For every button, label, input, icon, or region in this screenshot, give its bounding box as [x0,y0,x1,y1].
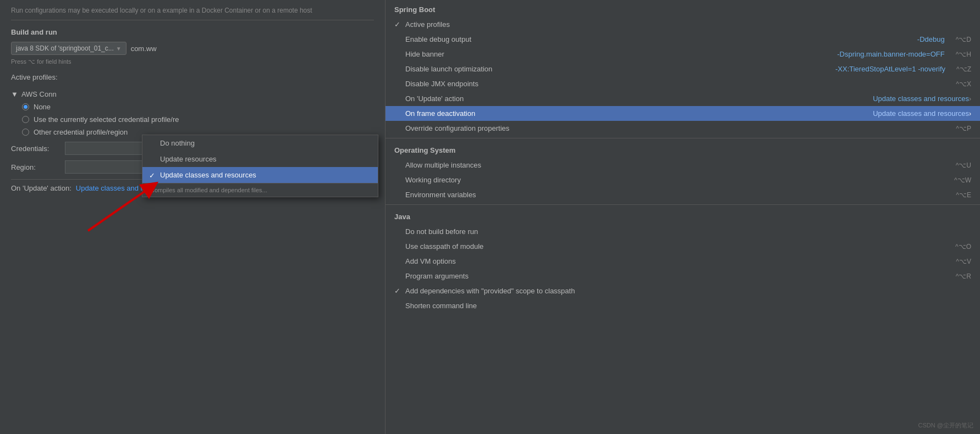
spring-boot-header: Spring Boot [386,0,980,17]
dropdown-tooltip: Compiles all modified and dependent file… [142,183,378,197]
radio-profile[interactable]: Use the currently selected credential pr… [22,115,374,124]
radio-circle-none[interactable] [22,103,29,110]
dropdown-item-update-classes[interactable]: ✓ Update classes and resources [142,167,378,183]
shortcut-allow-multiple: ^⌥U [945,162,971,169]
item-label-override-config: Override configuration properties [405,124,945,132]
item-label-add-deps: Add dependencies with "provided" scope t… [405,287,971,295]
build-run-row: java 8 SDK of 'springboot_01_c... ▼ com.… [11,42,374,55]
menu-item-program-args[interactable]: Program arguments ^⌥R [386,269,980,283]
item-label-disable-launch: Disable launch optimization [405,65,831,73]
menu-item-vm-options[interactable]: Add VM options ^⌥V [386,254,980,269]
dropdown-popup: Do nothing Update resources ✓ Update cla… [142,135,378,197]
dropdown-label-update-classes: Update classes and resources [160,171,256,179]
hint-text: Press ⌥ for field hints [11,58,374,65]
left-panel: Run configurations may be executed local… [0,0,385,434]
aws-section: ▼ AWS Conn None Use the currently select… [11,90,374,136]
top-description: Run configurations may be executed local… [11,0,374,20]
shortcut-disable-jmx: ^⌥X [945,80,971,88]
arrow-icon-on-update: › [969,95,971,103]
shortcut-enable-debug: ^⌥D [945,36,971,43]
shortcut-classpath: ^⌥O [944,243,971,251]
radio-group: None Use the currently selected credenti… [22,103,374,136]
right-panel: Spring Boot ✓ Active profiles Enable deb… [385,0,980,434]
item-sublabel-disable-launch: -XX:TieredStopAtLevel=1 -noverify [835,65,945,73]
shortcut-env-vars: ^⌥E [945,191,971,199]
os-header: Operating System [386,141,980,158]
item-label-enable-debug: Enable debug output [405,35,913,43]
com-text: com.ww [131,44,157,53]
dropdown-item-update-resources[interactable]: Update resources [142,151,378,167]
check-icon-active-profiles: ✓ [394,20,403,29]
item-sublabel-hide-banner: -Dspring.main.banner-mode=OFF [837,50,944,58]
item-sublabel-on-frame: Update classes and resources [873,109,969,118]
region-label: Region: [11,163,60,171]
shortcut-working-dir: ^⌥W [943,176,971,184]
menu-item-env-vars[interactable]: Environment variables ^⌥E [386,187,980,202]
sdk-select[interactable]: java 8 SDK of 'springboot_01_c... ▼ [11,42,126,55]
sdk-label: java 8 SDK of 'springboot_01_c... [16,44,114,52]
item-label-env-vars: Environment variables [405,191,945,199]
collapse-icon: ▼ [11,90,18,98]
item-label-shorten-cmd: Shorten command line [405,302,971,310]
shortcut-override-config: ^⌥P [945,125,971,132]
menu-item-add-deps[interactable]: ✓ Add dependencies with "provided" scope… [386,283,980,298]
item-label-active-profiles: Active profiles [405,20,971,29]
menu-item-shorten-cmd[interactable]: Shorten command line [386,298,980,313]
shortcut-hide-banner: ^⌥H [945,51,971,58]
watermark: CSDN @尘开的笔记 [918,421,973,430]
chevron-down-icon: ▼ [116,46,122,52]
credentials-label: Credentials: [11,144,60,153]
active-profiles-row: Active profiles: [11,73,374,81]
menu-item-on-update[interactable]: On 'Update' action Update classes and re… [386,91,980,106]
check-mark-icon: ✓ [149,171,155,179]
shortcut-vm-options: ^⌥V [945,258,971,265]
radio-circle-profile[interactable] [22,116,29,123]
item-label-hide-banner: Hide banner [405,50,833,58]
dropdown-label-update-resources: Update resources [160,155,217,163]
active-profiles-label: Active profiles: [11,73,58,81]
build-run-title: Build and run [11,28,374,36]
item-label-program-args: Program arguments [405,272,945,280]
menu-item-hide-banner[interactable]: Hide banner -Dspring.main.banner-mode=OF… [386,47,980,62]
dropdown-label-do-nothing: Do nothing [160,139,195,147]
menu-item-disable-launch[interactable]: Disable launch optimization -XX:TieredSt… [386,62,980,76]
item-label-disable-jmx: Disable JMX endpoints [405,80,945,88]
on-update-label: On 'Update' action: [11,184,71,192]
check-icon-add-deps: ✓ [394,287,403,295]
radio-circle-other[interactable] [22,129,29,136]
item-label-vm-options: Add VM options [405,257,945,265]
aws-title[interactable]: ▼ AWS Conn [11,90,374,98]
item-label-allow-multiple: Allow multiple instances [405,161,945,169]
item-label-working-dir: Working directory [405,176,943,184]
item-sublabel-enable-debug: -Ddebug [917,35,945,43]
menu-item-on-frame[interactable]: On frame deactivation Update classes and… [386,106,980,121]
item-label-classpath: Use classpath of module [405,242,944,251]
menu-item-no-build[interactable]: Do not build before run [386,224,980,239]
item-label-on-update: On 'Update' action [405,94,868,103]
item-sublabel-on-update: Update classes and resources [873,94,969,103]
divider-2 [386,204,980,205]
arrow-icon-on-frame: › [969,110,971,118]
menu-item-working-dir[interactable]: Working directory ^⌥W [386,173,980,187]
menu-item-active-profiles[interactable]: ✓ Active profiles [386,17,980,32]
shortcut-disable-launch: ^⌥Z [945,65,971,73]
menu-item-override-config[interactable]: Override configuration properties ^⌥P [386,121,980,136]
menu-item-enable-debug[interactable]: Enable debug output -Ddebug ^⌥D [386,32,980,47]
java-header: Java [386,207,980,224]
item-label-no-build: Do not build before run [405,227,971,236]
radio-none[interactable]: None [22,103,374,111]
divider-1 [386,138,980,138]
menu-item-classpath[interactable]: Use classpath of module ^⌥O [386,239,980,254]
menu-item-disable-jmx[interactable]: Disable JMX endpoints ^⌥X [386,76,980,91]
menu-item-allow-multiple[interactable]: Allow multiple instances ^⌥U [386,158,980,173]
shortcut-program-args: ^⌥R [945,272,971,280]
dropdown-item-do-nothing[interactable]: Do nothing [142,135,378,151]
item-label-on-frame: On frame deactivation [405,109,868,118]
